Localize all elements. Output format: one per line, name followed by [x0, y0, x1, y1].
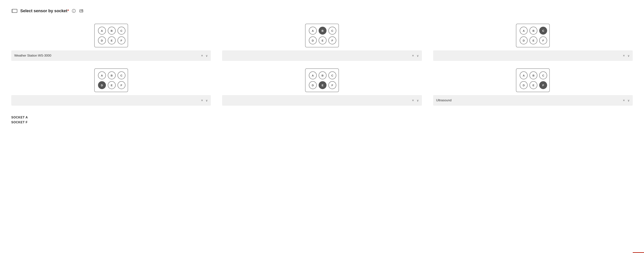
bottom-red-line	[633, 252, 644, 253]
dropdown-clear-3[interactable]: ×	[623, 54, 625, 57]
pin-D-2: D	[309, 37, 317, 44]
pin-F-4: F	[118, 81, 126, 89]
sensor-grid: ABCDEFWeather Station WS-3000×∨ABCDEF×∨A…	[11, 24, 633, 106]
svg-point-8	[74, 10, 74, 10]
dropdown-clear-2[interactable]: ×	[412, 54, 414, 57]
socket-diagram-4: ABCDEF	[94, 68, 128, 92]
pin-A-1: A	[98, 27, 106, 35]
pin-A-5: A	[309, 71, 317, 79]
sensor-dropdown-5[interactable]: ×∨	[222, 95, 422, 106]
dropdown-controls-4: ×∨	[201, 99, 208, 102]
dropdown-arrow-6[interactable]: ∨	[628, 99, 630, 102]
dropdown-controls-2: ×∨	[412, 54, 419, 58]
pin-A-3: A	[520, 27, 528, 35]
pin-C-1: C	[118, 27, 126, 35]
svg-rect-0	[12, 9, 17, 13]
info-icon[interactable]	[71, 8, 76, 14]
dropdown-arrow-2[interactable]: ∨	[417, 54, 419, 58]
dropdown-controls-5: ×∨	[412, 99, 419, 102]
pin-C-6: C	[539, 71, 547, 79]
dropdown-clear-1[interactable]: ×	[201, 54, 203, 57]
sensor-cell-5: ABCDEF×∨	[222, 68, 422, 106]
pin-D-1: D	[98, 37, 106, 44]
dropdown-arrow-5[interactable]: ∨	[417, 99, 419, 102]
pin-F-5: F	[328, 81, 336, 89]
dropdown-arrow-3[interactable]: ∨	[628, 54, 630, 58]
sensor-dropdown-6[interactable]: Ultrasound×∨	[433, 95, 633, 106]
dropdown-clear-6[interactable]: ×	[623, 99, 625, 102]
pin-C-5: C	[328, 71, 336, 79]
pin-D-4: D	[98, 81, 106, 89]
socket-labels: SOCKET ASOCKET F	[11, 115, 633, 125]
pin-E-5: E	[318, 81, 326, 89]
sensor-dropdown-2[interactable]: ×∨	[222, 50, 422, 61]
sensor-value-6: Ultrasound	[436, 99, 623, 102]
pin-A-2: A	[309, 27, 317, 35]
sensor-socket-icon	[11, 8, 18, 14]
image-icon[interactable]	[79, 8, 84, 14]
pin-F-2: F	[328, 37, 336, 44]
dropdown-controls-6: ×∨	[623, 99, 630, 102]
dropdown-arrow-1[interactable]: ∨	[206, 54, 208, 58]
pin-B-2: B	[318, 27, 326, 35]
socket-diagram-6: ABCDEF	[516, 68, 550, 92]
socket-diagram-1: ABCDEF	[94, 24, 128, 47]
pin-A-6: A	[520, 71, 528, 79]
dropdown-controls-3: ×∨	[623, 54, 630, 58]
socket-label: SOCKET A	[11, 115, 633, 120]
sensor-cell-2: ABCDEF×∨	[222, 24, 422, 61]
pin-F-3: F	[539, 37, 547, 44]
header-row: Select sensor by socket*	[11, 8, 633, 14]
socket-diagram-5: ABCDEF	[305, 68, 339, 92]
page-title: Select sensor by socket*	[20, 9, 69, 13]
pin-B-5: B	[318, 71, 326, 79]
sensor-value-1: Weather Station WS-3000	[14, 54, 201, 58]
svg-point-10	[82, 10, 82, 11]
sensor-dropdown-3[interactable]: ×∨	[433, 50, 633, 61]
sensor-cell-4: ABCDEF×∨	[11, 68, 211, 106]
pin-D-3: D	[520, 37, 528, 44]
pin-E-4: E	[108, 81, 116, 89]
pin-A-4: A	[98, 71, 106, 79]
sensor-cell-3: ABCDEF×∨	[433, 24, 633, 61]
sensor-dropdown-4[interactable]: ×∨	[11, 95, 211, 106]
pin-E-1: E	[108, 37, 116, 44]
pin-B-1: B	[108, 27, 116, 35]
pin-E-6: E	[530, 81, 537, 89]
pin-C-2: C	[328, 27, 336, 35]
sensor-dropdown-1[interactable]: Weather Station WS-3000×∨	[11, 50, 211, 61]
pin-E-2: E	[318, 37, 326, 44]
pin-B-3: B	[530, 27, 537, 35]
pin-B-4: B	[108, 71, 116, 79]
pin-F-6: F	[539, 81, 547, 89]
dropdown-clear-5[interactable]: ×	[412, 99, 414, 102]
dropdown-arrow-4[interactable]: ∨	[206, 99, 208, 102]
pin-C-3: C	[539, 27, 547, 35]
dropdown-controls-1: ×∨	[201, 54, 208, 58]
pin-B-6: B	[530, 71, 537, 79]
pin-D-5: D	[309, 81, 317, 89]
socket-diagram-2: ABCDEF	[305, 24, 339, 47]
pin-E-3: E	[530, 37, 537, 44]
sensor-cell-1: ABCDEFWeather Station WS-3000×∨	[11, 24, 211, 61]
pin-D-6: D	[520, 81, 528, 89]
dropdown-clear-4[interactable]: ×	[201, 99, 203, 102]
sensor-cell-6: ABCDEFUltrasound×∨	[433, 68, 633, 106]
socket-diagram-3: ABCDEF	[516, 24, 550, 47]
pin-F-1: F	[118, 37, 126, 44]
socket-label: SOCKET F	[11, 120, 633, 125]
pin-C-4: C	[118, 71, 126, 79]
